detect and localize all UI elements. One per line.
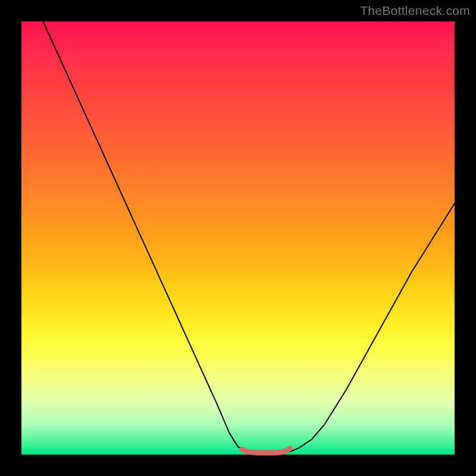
series-right-curve — [281, 203, 455, 453]
series-flat-bottom-highlight — [242, 449, 290, 453]
chart-svg — [21, 21, 455, 455]
watermark-text: TheBottleneck.com — [360, 4, 470, 18]
chart-frame: TheBottleneck.com — [0, 0, 476, 476]
series-left-curve — [43, 21, 255, 453]
plot-area — [21, 21, 455, 455]
